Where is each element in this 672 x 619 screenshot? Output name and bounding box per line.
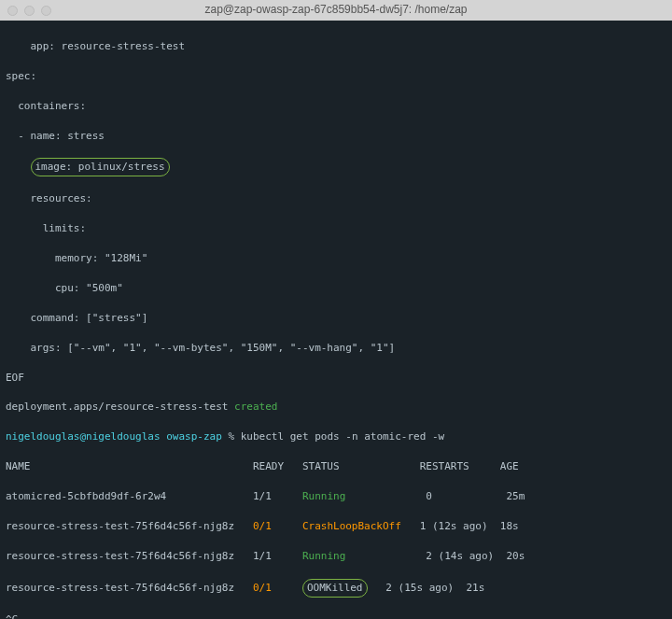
yaml-line: app: resource-stress-test — [6, 39, 666, 54]
yaml-line: spec: — [6, 69, 666, 84]
yaml-line: limits: — [6, 221, 666, 236]
pod-ready: 0/1 — [253, 520, 302, 532]
pod-row: resource-stress-test-75f6d4c56f-njg8z 0/… — [6, 579, 666, 598]
pod-meta: 1 (12s ago) 18s — [401, 520, 519, 532]
maximize-icon[interactable] — [41, 6, 51, 16]
yaml-line: command: ["stress"] — [6, 311, 666, 326]
pod-row: resource-stress-test-75f6d4c56f-njg8z 1/… — [6, 549, 666, 564]
pod-ready: 1/1 — [253, 490, 302, 502]
yaml-line: cpu: "500m" — [6, 281, 666, 296]
deploy-prefix: deployment.apps/resource-stress-test — [6, 401, 234, 413]
terminal-output[interactable]: app: resource-stress-test spec: containe… — [0, 21, 672, 619]
pod-meta: 2 (15s ago) 21s — [368, 582, 485, 594]
yaml-image-line: image: polinux/stress — [6, 158, 666, 176]
pod-name: resource-stress-test-75f6d4c56f-njg8z — [6, 582, 253, 594]
pod-header: NAME READY STATUS RESTARTS AGE — [6, 459, 666, 474]
close-icon[interactable] — [7, 6, 18, 16]
pod-row: resource-stress-test-75f6d4c56f-njg8z 0/… — [6, 519, 666, 534]
pod-meta: 0 25m — [345, 490, 525, 502]
prompt-line: nigeldouglas@nigeldouglas owasp-zap % ku… — [6, 429, 666, 444]
pod-name: resource-stress-test-75f6d4c56f-njg8z — [6, 550, 253, 562]
yaml-line: memory: "128Mi" — [6, 251, 666, 266]
yaml-line: resources: — [6, 191, 666, 206]
highlight-image: image: polinux/stress — [31, 158, 170, 176]
prompt-cmd: % kubectl get pods -n atomic-red -w — [228, 430, 444, 443]
pod-status: Running — [302, 550, 345, 562]
ctrl-c: ^C — [6, 612, 666, 619]
window-title: zap@zap-owasp-zap-67c859bb54-dw5j7: /hom… — [204, 2, 467, 18]
window-titlebar: zap@zap-owasp-zap-67c859bb54-dw5j7: /hom… — [0, 0, 672, 21]
pod-row: atomicred-5cbfbdd9df-6r2w4 1/1 Running 0… — [6, 489, 666, 504]
yaml-line: - name: stress — [6, 129, 666, 144]
prompt-user: nigeldouglas@nigeldouglas — [6, 430, 161, 443]
pod-name: resource-stress-test-75f6d4c56f-njg8z — [6, 520, 253, 532]
pod-ready: 1/1 — [253, 550, 302, 562]
highlight-oomkilled: OOMKilled — [302, 579, 368, 598]
yaml-line: args: ["--vm", "1", "--vm-bytes", "150M"… — [6, 341, 666, 356]
minimize-icon[interactable] — [24, 6, 35, 16]
yaml-line: containers: — [6, 99, 666, 114]
window-buttons — [7, 6, 51, 16]
prompt-path: owasp-zap — [161, 430, 229, 443]
pod-status: Running — [302, 490, 345, 502]
pod-meta: 2 (14s ago) 20s — [345, 550, 525, 562]
deploy-created: created — [234, 401, 277, 413]
pod-status: CrashLoopBackOff — [302, 520, 401, 532]
deployment-created: deployment.apps/resource-stress-test cre… — [6, 400, 666, 415]
pod-name: atomicred-5cbfbdd9df-6r2w4 — [6, 490, 253, 502]
yaml-eof: EOF — [6, 371, 666, 386]
pod-ready: 0/1 — [253, 582, 302, 594]
